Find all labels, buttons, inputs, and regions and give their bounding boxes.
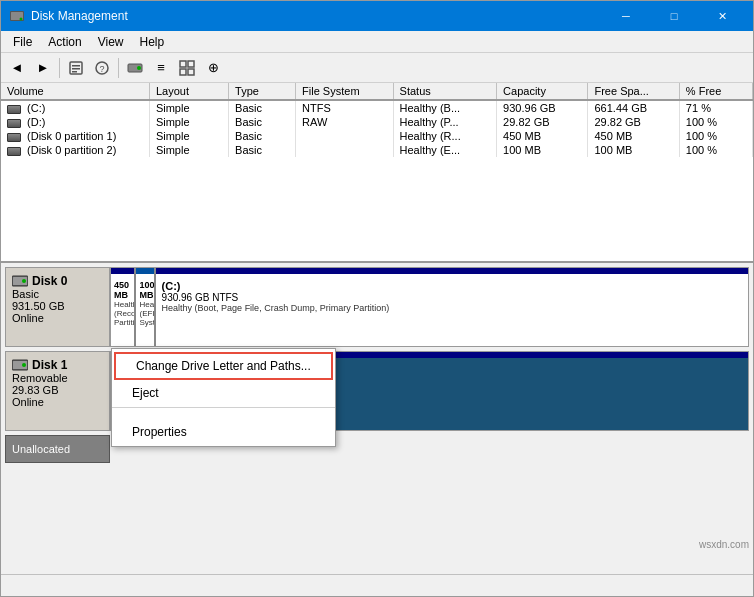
cell-volume: (C:): [1, 100, 149, 115]
disk-0-p0-desc: Healthy (Recovery Partitio: [114, 300, 131, 327]
disk-1-type: Removable: [12, 372, 103, 384]
cell-status: Healthy (E...: [393, 143, 497, 157]
disk-0-status: Online: [12, 312, 103, 324]
main-area: Volume Layout Type File System Status Ca…: [1, 83, 753, 574]
svg-rect-6: [72, 71, 77, 73]
disk-0-size: 931.50 GB: [12, 300, 103, 312]
table-row[interactable]: (Disk 0 partition 1) Simple Basic Health…: [1, 129, 753, 143]
cell-pctfree: 100 %: [679, 143, 752, 157]
col-status[interactable]: Status: [393, 83, 497, 100]
cell-layout: Simple: [149, 143, 228, 157]
svg-rect-5: [72, 68, 80, 70]
cell-filesystem: NTFS: [296, 100, 393, 115]
context-menu-help-label: Properties: [132, 425, 187, 439]
disk-0-partition-1[interactable]: 100 MB Healthy (EFI System: [136, 268, 155, 346]
cell-freespace: 29.82 GB: [588, 115, 679, 129]
disk-0-label: Disk 0 Basic 931.50 GB Online: [6, 268, 111, 346]
title-bar: Disk Management ─ □ ✕: [1, 1, 753, 31]
col-freespace[interactable]: Free Spa...: [588, 83, 679, 100]
cell-pctfree: 100 %: [679, 129, 752, 143]
cell-filesystem: RAW: [296, 115, 393, 129]
maximize-button[interactable]: □: [651, 1, 697, 31]
volume-pane: Volume Layout Type File System Status Ca…: [1, 83, 753, 263]
disk-1-label: Disk 1 Removable 29.83 GB Online: [6, 352, 111, 430]
cell-layout: Simple: [149, 100, 228, 115]
cell-freespace: 100 MB: [588, 143, 679, 157]
disk-0-type: Basic: [12, 288, 103, 300]
menu-help[interactable]: Help: [132, 33, 173, 51]
table-row[interactable]: (C:) Simple Basic NTFS Healthy (B... 930…: [1, 100, 753, 115]
toolbar-separator-2: [118, 58, 119, 78]
cell-pctfree: 71 %: [679, 100, 752, 115]
menu-file[interactable]: File: [5, 33, 40, 51]
refresh-button[interactable]: ≡: [149, 56, 173, 80]
settings-button[interactable]: ⊕: [201, 56, 225, 80]
col-filesystem[interactable]: File System: [296, 83, 393, 100]
col-layout[interactable]: Layout: [149, 83, 228, 100]
svg-rect-13: [180, 69, 186, 75]
disk-1-name: Disk 1: [32, 358, 67, 372]
col-type[interactable]: Type: [229, 83, 296, 100]
disk-1-status: Online: [12, 396, 103, 408]
cell-volume: (Disk 0 partition 2): [1, 143, 149, 157]
cell-freespace: 661.44 GB: [588, 100, 679, 115]
status-bar: [1, 574, 753, 596]
cell-capacity: 100 MB: [497, 143, 588, 157]
disk-1-icon: [12, 359, 28, 371]
svg-point-10: [137, 66, 141, 70]
disk-0-name: Disk 0: [32, 274, 67, 288]
table-row[interactable]: (D:) Simple Basic RAW Healthy (P... 29.8…: [1, 115, 753, 129]
disk-properties-button[interactable]: [123, 56, 147, 80]
col-capacity[interactable]: Capacity: [497, 83, 588, 100]
close-button[interactable]: ✕: [699, 1, 745, 31]
help-button[interactable]: ?: [90, 56, 114, 80]
disk-0-p0-size: 450 MB: [114, 280, 131, 300]
context-menu-change-drive[interactable]: Change Drive Letter and Paths...: [114, 352, 333, 380]
cell-type: Basic: [229, 115, 296, 129]
svg-rect-14: [188, 69, 194, 75]
context-menu: Change Drive Letter and Paths... Eject P…: [111, 348, 336, 447]
cell-capacity: 450 MB: [497, 129, 588, 143]
table-row[interactable]: (Disk 0 partition 2) Simple Basic Health…: [1, 143, 753, 157]
disk-0-partition-0[interactable]: 450 MB Healthy (Recovery Partitio: [111, 268, 136, 346]
cell-layout: Simple: [149, 115, 228, 129]
unallocated-label: Unallocated: [5, 435, 110, 463]
minimize-button[interactable]: ─: [603, 1, 649, 31]
cell-volume: (D:): [1, 115, 149, 129]
cell-status: Healthy (P...: [393, 115, 497, 129]
context-menu-help[interactable]: Properties: [112, 420, 335, 444]
cell-type: Basic: [229, 100, 296, 115]
context-menu-properties[interactable]: [112, 410, 335, 420]
menu-action[interactable]: Action: [40, 33, 89, 51]
context-menu-eject-label: Eject: [132, 386, 159, 400]
cell-layout: Simple: [149, 129, 228, 143]
disk-0-row: Disk 0 Basic 931.50 GB Online 450 MB Hea…: [5, 267, 749, 347]
forward-button[interactable]: ►: [31, 56, 55, 80]
view-button[interactable]: [175, 56, 199, 80]
disk-1-size: 29.83 GB: [12, 384, 103, 396]
context-menu-eject[interactable]: Eject: [112, 381, 335, 405]
disk-0-partitions: 450 MB Healthy (Recovery Partitio 100 MB…: [111, 268, 748, 346]
back-button[interactable]: ◄: [5, 56, 29, 80]
cell-status: Healthy (B...: [393, 100, 497, 115]
cell-status: Healthy (R...: [393, 129, 497, 143]
menu-view[interactable]: View: [90, 33, 132, 51]
cell-pctfree: 100 %: [679, 115, 752, 129]
properties-button[interactable]: [64, 56, 88, 80]
cell-volume: (Disk 0 partition 1): [1, 129, 149, 143]
disk-0-partition-2[interactable]: (C:) 930.96 GB NTFS Healthy (Boot, Page …: [156, 268, 748, 346]
cell-capacity: 930.96 GB: [497, 100, 588, 115]
svg-rect-11: [180, 61, 186, 67]
disk-management-window: Disk Management ─ □ ✕ File Action View H…: [0, 0, 754, 597]
cell-filesystem: [296, 143, 393, 157]
col-volume[interactable]: Volume: [1, 83, 149, 100]
disk-0-p2-label: (C:): [162, 280, 742, 292]
volume-table: Volume Layout Type File System Status Ca…: [1, 83, 753, 157]
watermark: wsxdn.com: [699, 539, 749, 550]
cell-filesystem: [296, 129, 393, 143]
disk-0-icon: [12, 275, 28, 287]
disk-0-p1-size: 100 MB: [139, 280, 150, 300]
col-pctfree[interactable]: % Free: [679, 83, 752, 100]
disk-0-p2-extra: 930.96 GB NTFS: [162, 292, 742, 303]
disk-pane: Disk 0 Basic 931.50 GB Online 450 MB Hea…: [1, 263, 753, 574]
